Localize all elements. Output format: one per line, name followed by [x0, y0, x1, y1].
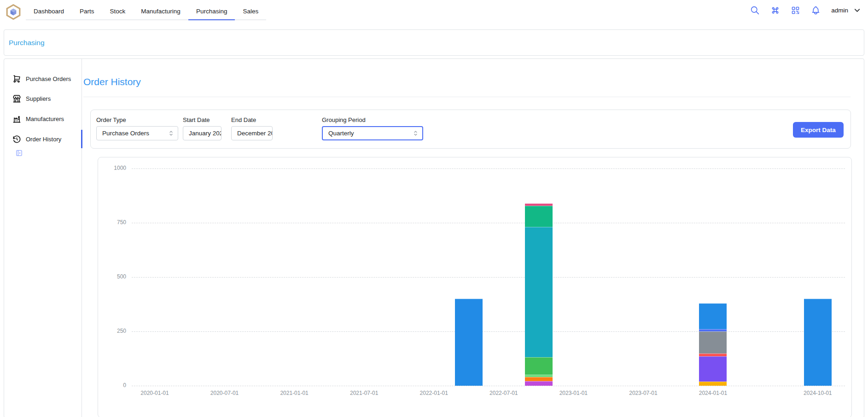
bar-segment-2022-10-01[interactable] [525, 206, 553, 227]
order-type-field: Order Type Purchase Orders [96, 116, 178, 140]
y-tick-label: 250 [98, 328, 126, 334]
x-tick-label: 2024-01-01 [687, 390, 738, 396]
breadcrumb-link[interactable]: Purchasing [9, 39, 45, 47]
tab-sales[interactable]: Sales [235, 4, 266, 19]
start-date-field: Start Date [183, 116, 221, 140]
y-gridline-250 [132, 331, 845, 332]
bar-segment-2022-10-01[interactable] [525, 377, 553, 381]
selector-icon [412, 130, 419, 137]
y-tick-label: 750 [98, 219, 126, 226]
command-icon[interactable] [770, 6, 780, 15]
filter-card: Order Type Purchase Orders Start Date [90, 110, 851, 149]
export-data-button[interactable]: Export Data [793, 122, 844, 138]
sidebar: Purchase Orders Suppliers [4, 59, 82, 417]
grouping-period-label: Grouping Period [322, 116, 423, 123]
bar-segment-2022-10-01[interactable] [525, 357, 553, 375]
selector-icon [168, 130, 175, 137]
bell-icon[interactable] [811, 6, 821, 15]
bar-segment-2022-10-01[interactable] [525, 203, 553, 206]
user-name: admin [831, 7, 848, 14]
collapse-sidebar-icon[interactable] [15, 149, 23, 157]
tab-manufacturing[interactable]: Manufacturing [133, 4, 188, 19]
breadcrumb-panel: Purchasing [4, 29, 864, 56]
y-tick-label: 500 [98, 273, 126, 280]
tab-parts[interactable]: Parts [72, 4, 102, 19]
bar-segment-2024-01-01[interactable] [699, 329, 727, 331]
sidebar-item-label: Purchase Orders [26, 75, 71, 82]
search-icon[interactable] [750, 6, 760, 15]
app-window: Dashboard Parts Stock Manufacturing Purc… [0, 0, 868, 417]
barcode-scan-icon[interactable] [791, 6, 800, 15]
y-gridline-0 [132, 386, 845, 386]
page-title: Order History [83, 76, 141, 87]
bar-segment-2024-01-01[interactable] [699, 331, 727, 353]
y-gridline-500 [132, 277, 845, 278]
tab-dashboard[interactable]: Dashboard [26, 4, 72, 19]
x-tick-label: 2023-01-01 [548, 390, 599, 396]
end-date-label: End Date [231, 116, 273, 123]
tab-purchasing[interactable]: Purchasing [188, 4, 235, 20]
shopping-cart-icon [12, 75, 21, 83]
bar-segment-2024-01-01[interactable] [699, 353, 727, 356]
x-tick-label: 2020-07-01 [199, 390, 250, 396]
bar-segment-2022-10-01[interactable] [525, 381, 553, 386]
sidebar-item-suppliers[interactable]: Suppliers [12, 89, 51, 108]
storefront-icon [12, 94, 21, 103]
y-gridline-1000 [132, 168, 845, 169]
order-history-chart: 025050075010002020-01-012020-07-012021-0… [98, 157, 852, 417]
content-panel: Purchase Orders Suppliers [4, 58, 864, 417]
x-tick-label: 2023-07-01 [618, 390, 669, 396]
navbar-actions: admin [750, 6, 862, 15]
x-tick-label: 2021-01-01 [269, 390, 320, 396]
sidebar-item-purchase-orders[interactable]: Purchase Orders [12, 70, 71, 88]
x-tick-label: 2022-01-01 [408, 390, 459, 396]
x-tick-label: 2024-10-01 [792, 390, 843, 396]
order-type-select[interactable]: Purchase Orders [96, 126, 178, 140]
grouping-period-select[interactable]: Quarterly [322, 126, 423, 140]
chevron-down-icon [853, 6, 862, 15]
start-date-label: Start Date [183, 116, 221, 123]
bar-segment-2024-01-01[interactable] [699, 356, 727, 382]
sidebar-item-order-history[interactable]: Order History [12, 130, 61, 148]
history-clock-icon [12, 135, 21, 144]
y-tick-label: 1000 [98, 165, 126, 171]
factory-icon [12, 115, 21, 123]
end-date-input[interactable] [231, 126, 273, 140]
title-divider [83, 97, 851, 97]
main-content: Order History Order Type Purchase Orders [82, 59, 864, 417]
sidebar-item-label: Suppliers [26, 95, 51, 102]
sidebar-item-manufacturers[interactable]: Manufacturers [12, 110, 64, 128]
sidebar-item-label: Manufacturers [26, 116, 64, 122]
x-tick-label: 2020-01-01 [129, 390, 180, 396]
top-navbar: Dashboard Parts Stock Manufacturing Purc… [0, 0, 868, 27]
bar-segment-2022-04-01[interactable] [455, 299, 483, 386]
order-type-label: Order Type [96, 116, 178, 123]
x-tick-label: 2021-07-01 [339, 390, 390, 396]
bar-segment-2024-01-01[interactable] [699, 303, 727, 330]
bar-segment-2024-10-01[interactable] [804, 299, 832, 386]
end-date-field: End Date [231, 116, 273, 140]
x-tick-label: 2022-07-01 [478, 390, 529, 396]
bar-segment-2022-10-01[interactable] [525, 227, 553, 357]
main-nav-tabs: Dashboard Parts Stock Manufacturing Purc… [26, 4, 266, 20]
tab-stock[interactable]: Stock [102, 4, 134, 19]
grouping-period-field: Grouping Period Quarterly [322, 116, 423, 140]
user-menu[interactable]: admin [831, 6, 862, 15]
app-logo-icon[interactable] [6, 4, 21, 20]
sidebar-item-label: Order History [26, 136, 61, 143]
y-tick-label: 0 [98, 382, 126, 388]
start-date-input[interactable] [183, 126, 221, 140]
bar-segment-2024-01-01[interactable] [699, 382, 727, 386]
y-gridline-750 [132, 223, 845, 223]
bar-segment-2022-10-01[interactable] [525, 375, 553, 377]
